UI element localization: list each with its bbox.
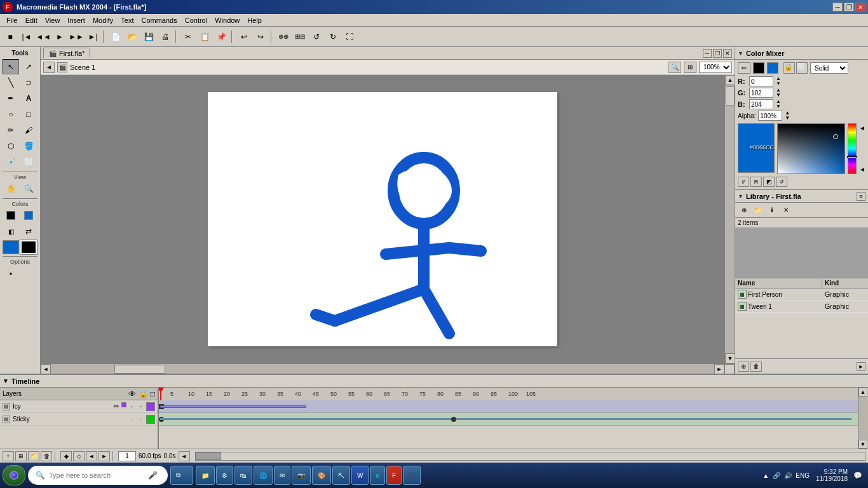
stroke-color-btn[interactable] (3, 208, 19, 223)
sticky-frame-row[interactable] (159, 413, 858, 426)
lib-scroll-right[interactable]: ► (857, 362, 865, 371)
start-button[interactable] (3, 465, 25, 485)
paintbucket-tool[interactable]: 🪣 (20, 139, 37, 154)
layer-icy-dot1[interactable]: · (127, 402, 136, 411)
cm-rgb-icon[interactable]: R (750, 177, 762, 187)
lib-new-btn[interactable]: ⊕ (738, 362, 749, 372)
layer-sticky-color-swatch[interactable] (146, 415, 155, 424)
hscroll-thumb[interactable] (114, 365, 165, 374)
zoom-fit-icon[interactable]: ⊞ (684, 62, 696, 73)
search-input[interactable] (49, 471, 144, 479)
taskbar-ie[interactable]: 🌐 (254, 466, 273, 485)
text-tool[interactable]: A (20, 91, 37, 106)
notification-center-btn[interactable]: 💬 (850, 464, 865, 487)
taskbar-antivirus[interactable]: 🛡 (403, 466, 421, 485)
pencil-tool[interactable]: ✏ (3, 123, 19, 138)
print-btn[interactable]: 🖨 (158, 29, 173, 44)
start-frame-btn[interactable]: |◄ (19, 29, 34, 44)
line-tool[interactable]: ╲ (3, 75, 19, 90)
scroll-down-btn[interactable]: ▼ (725, 353, 735, 363)
brush-tool[interactable]: 🖌 (20, 123, 37, 138)
mic-icon[interactable]: 🎤 (148, 471, 158, 480)
eyedropper-tool[interactable]: 💉 (3, 154, 19, 170)
lib-row-first-person[interactable]: ▦ First Person Graphic (735, 288, 868, 301)
lib-row-tween1[interactable]: ▦ Tween 1 Graphic (735, 301, 868, 313)
option-snap[interactable]: ● (3, 266, 19, 281)
lib-properties[interactable]: ℹ (766, 205, 778, 216)
lib-th-name[interactable]: Name (735, 278, 822, 288)
library-menu-icon[interactable]: ≡ (857, 192, 865, 201)
oval-tool[interactable]: ○ (3, 107, 19, 122)
eraser-tool[interactable]: ⬜ (20, 154, 37, 170)
layer-icy-color-swatch[interactable] (146, 402, 155, 411)
save-btn[interactable]: 💾 (141, 29, 156, 44)
taskbar-settings[interactable]: ⚙ (216, 466, 233, 485)
tl-scroll-up[interactable]: ▲ (858, 388, 867, 396)
color-fill-icon[interactable]: ⬜ (796, 62, 808, 74)
tl-add-guide[interactable]: ⊞ (15, 451, 27, 461)
scroll-thumb-v[interactable] (726, 86, 735, 105)
menu-text[interactable]: Text (117, 15, 137, 25)
r-down-arrow[interactable]: ▼ (776, 81, 781, 86)
menu-file[interactable]: File (3, 15, 22, 25)
taskbar-flash-active[interactable]: F (386, 466, 402, 485)
menu-insert[interactable]: Insert (64, 15, 89, 25)
rotate-btn[interactable]: ↺ (309, 29, 324, 44)
taskbar-photos[interactable]: 📷 (292, 466, 311, 485)
rect-tool[interactable]: □ (20, 107, 37, 122)
new-btn[interactable]: 📄 (108, 29, 123, 44)
tray-up-arrow[interactable]: ▲ (763, 472, 769, 479)
b-input[interactable] (749, 99, 773, 109)
hue-scroll-top[interactable]: ◄ (859, 125, 865, 132)
minimize-button[interactable]: ─ (832, 3, 843, 11)
taskbar-explorer[interactable]: 📁 (196, 466, 215, 485)
snap-btn[interactable]: ⊕⊕ (276, 29, 291, 44)
fullscreen-btn[interactable]: ⛶ (342, 29, 357, 44)
zoom-select[interactable]: 100% 50% 75% 150% 200% (699, 62, 732, 73)
stroke-color-swatch[interactable] (753, 62, 764, 74)
tl-add-folder[interactable]: 📁 (28, 451, 39, 461)
taskbar-word[interactable]: W (351, 466, 369, 485)
undo-btn[interactable]: ↩ (236, 29, 252, 44)
system-clock[interactable]: 5:32 PM 11/19/2018 (816, 468, 848, 482)
align-btn[interactable]: ⊞⊟ (292, 29, 308, 44)
lasso-tool[interactable]: ⊃ (20, 75, 37, 90)
fill-swatch[interactable] (3, 240, 19, 254)
menu-help[interactable]: Help (243, 15, 266, 25)
lib-trash-btn[interactable]: 🗑 (750, 362, 762, 372)
lib-th-kind[interactable]: Kind (822, 278, 868, 288)
icy-frame-row[interactable] (159, 400, 858, 413)
canvas-restore[interactable]: ❐ (713, 49, 722, 58)
layer-icy-vis-btn[interactable]: ✏ (112, 402, 121, 411)
cm-hex-icon[interactable]: # (738, 177, 749, 187)
cm-fill-icon[interactable]: ◩ (763, 177, 775, 187)
menu-window[interactable]: Window (211, 15, 243, 25)
taskbar-edge[interactable]: e (370, 466, 385, 485)
swap-colors-btn[interactable]: ⇄ (20, 224, 37, 239)
cm-swap-icon[interactable]: ↺ (776, 177, 787, 187)
copy-btn[interactable]: 📋 (197, 29, 212, 44)
tl-hscroll-thumb[interactable] (196, 452, 221, 460)
taskbar-mail[interactable]: ✉ (274, 466, 290, 485)
fill-type-select[interactable]: Solid Linear Radial Bitmap None (810, 62, 848, 74)
tl-add-layer[interactable]: + (3, 451, 14, 461)
color-gradient-picker[interactable] (777, 123, 845, 174)
taskbar-minecraft[interactable]: ⛏ (332, 466, 350, 485)
timeline-collapse-arrow[interactable]: ▼ (3, 377, 9, 384)
pencil-icon[interactable]: ✏ (738, 62, 750, 74)
open-btn[interactable]: 📂 (125, 29, 140, 44)
next-frame-btn[interactable]: ►► (69, 29, 84, 44)
stop-btn[interactable]: ■ (3, 29, 18, 44)
nav-back[interactable]: ◄ (43, 62, 55, 73)
tl-prev-keyframe[interactable]: ◄ (86, 451, 97, 461)
pen-tool[interactable]: ✒ (3, 91, 19, 106)
taskbar-paint3d[interactable]: 🎨 (312, 466, 331, 485)
menu-control[interactable]: Control (181, 15, 211, 25)
zoom-snap-icon[interactable]: 🔍 (668, 62, 681, 73)
close-button[interactable]: ✕ (855, 3, 865, 11)
layer-sticky[interactable]: ▤ Sticky · · (0, 413, 158, 426)
scroll-up-btn[interactable]: ▲ (725, 75, 735, 85)
sound-icon[interactable]: 🔊 (784, 472, 792, 479)
layer-sticky-vis-btn[interactable]: · (127, 415, 136, 424)
layer-icy[interactable]: ▤ Icy ✏ · · (0, 400, 158, 413)
